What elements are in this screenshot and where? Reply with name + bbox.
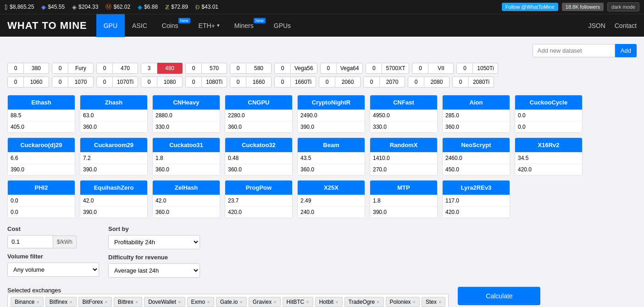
algo-hashrate-input-mtp[interactable] [370,195,438,206]
gpu-count-fury[interactable] [52,63,68,74]
tab-gpu[interactable]: GPU [96,14,125,37]
gpu-count-580[interactable] [230,63,246,74]
gpu-count-380[interactable] [7,63,24,74]
algo-header-beam[interactable]: Beam [298,138,365,152]
algo-header-lyra2rev3[interactable]: Lyra2REv3 [443,181,510,195]
algo-power-input-phi2[interactable] [8,207,75,218]
algo-header-cuckaroom29[interactable]: Cuckaroom29 [80,138,147,152]
exchange-remove-bitforex[interactable]: × [105,299,107,305]
algo-power-input-aion[interactable] [443,121,510,132]
nav-contact[interactable]: Contact [615,22,637,29]
algo-power-input-lyra2rev3[interactable] [443,207,510,218]
exchange-remove-binance[interactable]: × [36,299,39,305]
algo-header-cuckcocycle[interactable]: CuckooCycle [515,95,582,110]
exchange-remove-bittrex[interactable]: × [135,299,138,305]
algo-hashrate-input-beam[interactable] [298,153,365,164]
algo-hashrate-input-aion[interactable] [443,110,510,121]
algo-header-mtp[interactable]: MTP [370,181,437,195]
gpu-count-1660ti[interactable] [274,77,291,88]
gpu-count-2070[interactable] [363,77,380,88]
volume-select[interactable]: Any volume [7,263,99,277]
algo-header-x25x[interactable]: X25X [298,181,365,195]
gpu-count-1070ti[interactable] [96,77,113,88]
algo-hashrate-input-cnfast[interactable] [370,110,438,121]
algo-hashrate-input-progpow[interactable] [225,195,293,206]
gpu-count-5700xt[interactable] [366,63,382,74]
exchange-remove-graviex[interactable]: × [273,299,276,305]
dark-mode-button[interactable]: dark mode [607,2,639,11]
difficulty-select[interactable]: Average last 24h Current difficulty Aver… [108,263,200,278]
exchange-remove-dovewallet[interactable]: × [178,299,181,305]
sort-select[interactable]: Profitability 24h Profitability 1h Reven… [108,235,200,249]
algo-power-input-cuckatoo31[interactable] [153,164,220,175]
algo-header-aion[interactable]: Aion [443,95,510,110]
algo-header-randomx[interactable]: RandomX [370,138,437,152]
dataset-input[interactable] [533,44,615,57]
algo-power-input-cuckarood29[interactable] [8,164,75,175]
exchange-remove-hitbtc[interactable]: × [306,299,309,305]
algo-power-input-equihashzero[interactable] [80,207,148,218]
gpu-count-470[interactable] [96,63,113,74]
algo-power-input-progpow[interactable] [225,207,293,218]
algo-header-zhash[interactable]: Zhash [80,95,147,110]
exchange-remove-hotbit[interactable]: × [335,299,338,305]
algo-hashrate-input-cnheavy[interactable] [153,110,220,121]
algo-power-input-cuckaroom29[interactable] [80,164,148,175]
algo-header-cngpu[interactable]: CNGPU [225,95,292,110]
cost-input[interactable] [7,235,53,248]
algo-hashrate-input-x16rv2[interactable] [515,153,583,164]
algo-power-input-neoscrypt[interactable] [443,164,510,175]
algo-header-cuckarood29[interactable]: Cuckaroo(d)29 [8,138,75,152]
algo-header-cuckatoo31[interactable]: Cuckatoo31 [153,138,220,152]
algo-power-input-zhash[interactable] [80,121,148,132]
algo-hashrate-input-x25x[interactable] [298,195,365,206]
algo-hashrate-input-ethash[interactable] [8,110,75,121]
algo-hashrate-input-cuckaroom29[interactable] [80,153,148,164]
gpu-count-1660[interactable] [230,77,246,88]
gpu-count-2060[interactable] [319,77,335,88]
algo-header-zelhash[interactable]: ZelHash [153,181,220,195]
algo-power-input-ethash[interactable] [8,121,75,132]
algo-power-input-x16rv2[interactable] [515,164,583,175]
algo-hashrate-input-randomx[interactable] [370,153,438,164]
algo-header-ethash[interactable]: Ethash [8,95,75,110]
tab-gpus[interactable]: GPUs [266,14,298,37]
exchange-remove-gateio[interactable]: × [239,299,242,305]
algo-power-input-cryptonightr[interactable] [298,121,365,132]
algo-hashrate-input-cuckarood29[interactable] [8,153,75,164]
gpu-count-1070[interactable] [52,77,68,88]
algo-power-input-cnfast[interactable] [370,121,438,132]
exchange-remove-exmo[interactable]: × [207,299,210,305]
algo-hashrate-input-phi2[interactable] [8,195,75,206]
algo-hashrate-input-cuckcocycle[interactable] [515,110,583,121]
algo-hashrate-input-cuckatoo31[interactable] [153,153,220,164]
follow-button[interactable]: Follow @WhatToMine [502,3,558,11]
algo-hashrate-input-cryptonightr[interactable] [298,110,365,121]
algo-power-input-x25x[interactable] [298,207,365,218]
nav-json[interactable]: JSON [588,22,605,29]
exchange-remove-tradeogre[interactable]: × [377,299,379,305]
tab-asic[interactable]: ASIC [125,14,155,37]
tab-miners[interactable]: Miners New [227,14,266,37]
algo-power-input-mtp[interactable] [370,207,438,218]
algo-power-input-zelhash[interactable] [153,207,220,218]
algo-header-cnheavy[interactable]: CNHeavy [153,95,220,110]
algo-power-input-cuckcocycle[interactable] [515,121,583,132]
tab-coins[interactable]: Coins New [155,14,191,37]
gpu-count-2080[interactable] [408,77,424,88]
algo-power-input-beam[interactable] [298,164,365,175]
algo-hashrate-input-lyra2rev3[interactable] [443,195,510,206]
algo-header-cnfast[interactable]: CNFast [370,95,437,110]
algo-hashrate-input-cuckatoo32[interactable] [225,153,293,164]
algo-header-cuckatoo32[interactable]: Cuckatoo32 [225,138,292,152]
algo-hashrate-input-cngpu[interactable] [225,110,293,121]
algo-header-cryptonightr[interactable]: CryptoNightR [298,95,365,110]
gpu-count-vega56[interactable] [274,63,291,74]
algo-power-input-cuckatoo32[interactable] [225,164,293,175]
gpu-count-570[interactable] [185,63,202,74]
algo-power-input-randomx[interactable] [370,164,438,175]
gpu-count-vega64[interactable] [320,63,337,74]
algo-header-x16rv2[interactable]: X16Rv2 [515,138,582,152]
exchange-remove-stex[interactable]: × [439,299,441,305]
algo-hashrate-input-zelhash[interactable] [153,195,220,206]
